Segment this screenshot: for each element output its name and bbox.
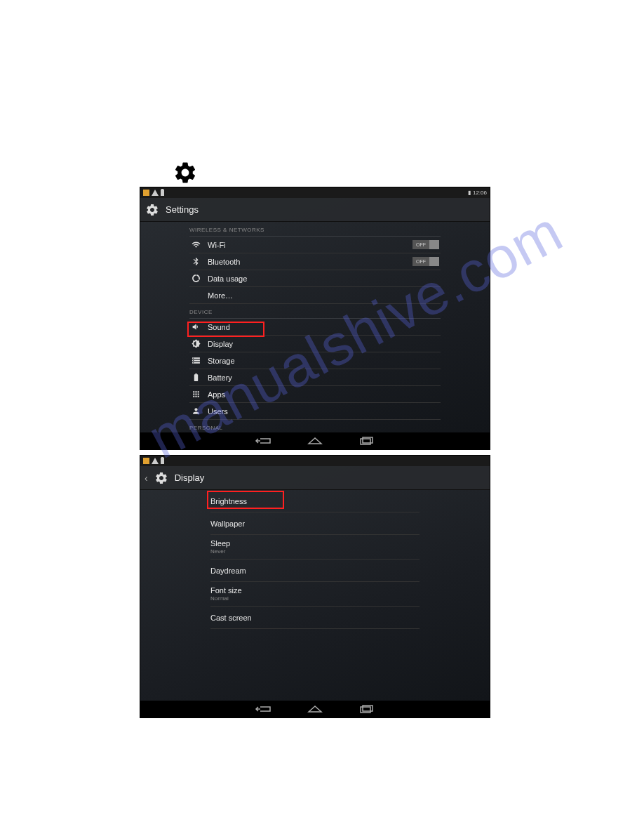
app-bar-display: ‹ Display	[140, 466, 490, 490]
wifi-toggle[interactable]: OFF	[412, 240, 439, 249]
item-storage[interactable]: Storage	[189, 352, 441, 369]
item-sleep-label: Sleep	[210, 539, 420, 548]
nav-recent-button[interactable]	[358, 436, 375, 446]
item-users-label: Users	[208, 407, 439, 416]
item-brightness[interactable]: Brightness	[210, 490, 420, 512]
status-bar: ▮ 12:06	[140, 187, 490, 198]
item-sound[interactable]: Sound	[189, 319, 441, 336]
data-usage-icon	[191, 274, 201, 284]
item-display-label: Display	[208, 340, 439, 348]
blank-icon	[191, 291, 201, 300]
section-header-wireless: WIRELESS & NETWORKS	[189, 222, 441, 237]
display-gear-icon	[154, 470, 169, 486]
item-wallpaper-label: Wallpaper	[210, 519, 420, 528]
app-bar: Settings	[140, 198, 490, 222]
settings-list: WIRELESS & NETWORKS Wi-Fi OFF Bluetooth …	[140, 222, 490, 450]
item-apps[interactable]: Apps	[189, 386, 441, 403]
settings-screenshot: ▮ 12:06 Settings WIRELESS & NETWORKS Wi-…	[140, 187, 490, 450]
section-header-device: DEVICE	[189, 304, 441, 319]
app-bar-title-display: Display	[175, 472, 205, 483]
item-castscreen[interactable]: Cast screen	[210, 607, 420, 629]
notification-icon	[143, 458, 149, 464]
item-wifi-label: Wi-Fi	[208, 241, 405, 249]
nav-bar	[140, 432, 490, 449]
users-icon	[191, 406, 201, 416]
nav-back-button[interactable]	[255, 704, 271, 714]
item-wifi[interactable]: Wi-Fi OFF	[189, 237, 441, 253]
item-fontsize[interactable]: Font size Normal	[210, 582, 420, 607]
status-bar-2	[140, 456, 490, 466]
battery-icon	[191, 373, 201, 383]
sound-icon	[191, 322, 201, 332]
item-brightness-label: Brightness	[210, 497, 420, 505]
signal-icon: ▮	[468, 190, 471, 196]
battery-icon-small	[161, 458, 164, 464]
item-data-usage-label: Data usage	[208, 274, 439, 283]
app-bar-title: Settings	[166, 204, 199, 215]
item-sleep[interactable]: Sleep Never	[210, 535, 420, 560]
item-daydream[interactable]: Daydream	[210, 560, 420, 582]
nav-recent-button[interactable]	[358, 704, 375, 714]
nav-home-button[interactable]	[307, 704, 323, 714]
back-chevron-icon[interactable]: ‹	[145, 472, 148, 484]
battery-icon-small	[161, 190, 164, 196]
warning-icon	[152, 458, 159, 464]
item-bluetooth[interactable]: Bluetooth OFF	[189, 253, 441, 270]
gear-icon-standalone	[173, 160, 198, 185]
item-users[interactable]: Users	[189, 403, 441, 420]
item-data-usage[interactable]: Data usage	[189, 270, 441, 287]
notification-icon	[143, 190, 149, 196]
display-icon	[191, 339, 201, 349]
warning-icon	[152, 190, 159, 196]
item-apps-label: Apps	[208, 390, 439, 399]
item-display[interactable]: Display	[189, 336, 441, 352]
item-sleep-sublabel: Never	[210, 548, 420, 555]
item-castscreen-label: Cast screen	[210, 614, 420, 622]
svg-rect-2	[361, 707, 370, 713]
item-storage-label: Storage	[208, 357, 439, 365]
item-bluetooth-label: Bluetooth	[208, 258, 405, 266]
svg-rect-1	[363, 437, 373, 443]
storage-icon	[191, 356, 201, 366]
svg-rect-3	[363, 706, 373, 711]
clock-text: 12:06	[473, 190, 487, 196]
svg-rect-0	[361, 439, 370, 444]
bluetooth-toggle[interactable]: OFF	[412, 257, 439, 266]
settings-gear-icon	[145, 202, 160, 218]
item-fontsize-sublabel: Normal	[210, 595, 420, 602]
display-list: Brightness Wallpaper Sleep Never Daydrea…	[140, 490, 490, 629]
item-sound-label: Sound	[208, 323, 439, 331]
item-fontsize-label: Font size	[210, 586, 420, 595]
item-battery[interactable]: Battery	[189, 369, 441, 386]
item-more-label: More…	[208, 291, 439, 300]
item-battery-label: Battery	[208, 373, 439, 382]
display-screenshot: ‹ Display Brightness Wallpaper Sleep Nev…	[140, 455, 490, 718]
nav-back-button[interactable]	[255, 436, 271, 446]
item-wallpaper[interactable]: Wallpaper	[210, 512, 420, 535]
nav-home-button[interactable]	[307, 436, 323, 446]
apps-icon	[191, 390, 201, 399]
bluetooth-icon	[191, 257, 201, 267]
item-daydream-label: Daydream	[210, 567, 420, 575]
nav-bar-2	[140, 701, 490, 717]
item-more[interactable]: More…	[189, 287, 441, 304]
wifi-icon	[191, 240, 201, 250]
